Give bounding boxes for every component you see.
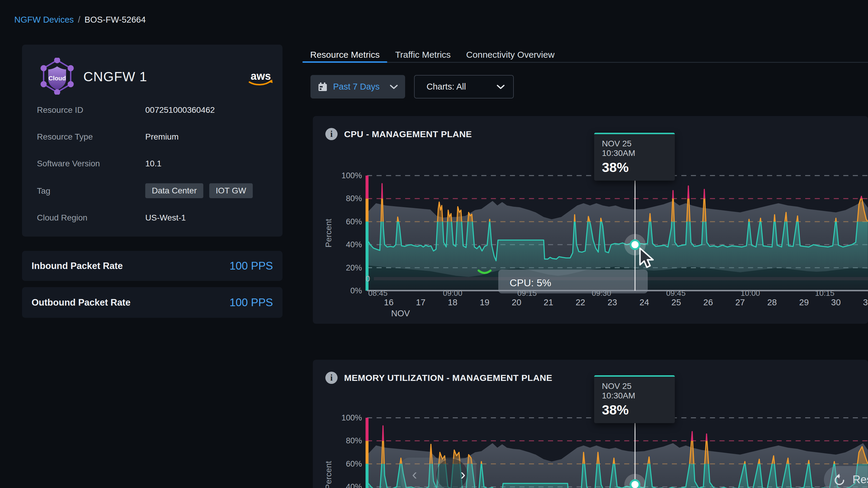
date-tick: 16	[384, 298, 394, 307]
y-axis-title: Percent	[324, 461, 333, 488]
field-label: Resource ID	[37, 105, 145, 115]
date-tick: 20	[512, 298, 521, 307]
time-range-value: Past 7 Days	[333, 82, 384, 92]
date-tick: 26	[703, 298, 713, 307]
restart-label: Restart	[852, 474, 868, 486]
tag-chip: IOT GW	[209, 183, 253, 198]
breadcrumb: NGFW Devices / BOS-FW-52664	[14, 15, 146, 25]
field-resource-type: Resource Type Premium	[37, 132, 269, 142]
memory-chart-tooltip: NOV 25 10:30AM 38%	[594, 375, 675, 423]
date-tick: 31	[863, 298, 868, 307]
info-icon[interactable]: i	[326, 128, 338, 140]
scale-bar-warning	[366, 441, 369, 464]
y-tick: 40%	[346, 240, 362, 249]
zero-label: 0	[366, 274, 370, 283]
date-tick: 18	[448, 298, 457, 307]
hover-tooltip-label: CPU: 5%	[509, 277, 551, 288]
date-tick: 17	[416, 298, 425, 307]
date-tick: 29	[799, 298, 809, 307]
marker-dot	[630, 480, 640, 488]
date-tick: 19	[480, 298, 489, 307]
chevron-down-icon	[497, 84, 505, 90]
chart-pager: ‹ ›	[401, 458, 476, 488]
tooltip-timestamp: NOV 25 10:30AM	[602, 139, 667, 158]
memory-chart-title: MEMORY UTILIZATION - MANAGEMENT PLANE	[344, 373, 553, 383]
filter-bar: Past 7 Days Charts: All	[310, 75, 514, 98]
date-tick: 25	[672, 298, 681, 307]
field-label: Tag	[37, 183, 145, 198]
pager-divider	[438, 466, 439, 483]
field-label: Software Version	[37, 159, 145, 168]
restart-button[interactable]: Restart	[824, 466, 868, 488]
cpu-chart-card: i CPU - MANAGEMENT PLANE 008:4509:0009:1…	[313, 116, 868, 324]
aws-logo-icon: aws	[246, 70, 276, 89]
field-label: Cloud Region	[37, 213, 145, 223]
date-tick: 24	[640, 298, 649, 307]
field-resource-id: Resource ID 007251000360462	[37, 105, 269, 115]
charts-filter-dropdown[interactable]: Charts: All	[414, 75, 514, 98]
svg-text:aws: aws	[251, 70, 271, 82]
tooltip-value: 38%	[602, 402, 667, 418]
cpu-chart-plot[interactable]: 008:4509:0009:1509:3009:4510:0010:151617…	[313, 116, 868, 324]
mouse-cursor-icon	[639, 248, 660, 271]
cpu-chart-tooltip: NOV 25 10:30AM 38%	[594, 133, 675, 181]
y-tick: 80%	[346, 436, 362, 445]
tooltip-value: 38%	[602, 160, 667, 175]
field-software-version: Software Version 10.1	[37, 159, 269, 168]
time-range-dropdown[interactable]: Past 7 Days	[310, 75, 405, 98]
calendar-icon	[318, 82, 328, 92]
field-label: Resource Type	[37, 132, 145, 142]
date-tick: 23	[608, 298, 617, 307]
breadcrumb-separator: /	[78, 15, 81, 25]
info-icon[interactable]: i	[326, 372, 338, 384]
tab-bar: Resource Metrics Traffic Metrics Connect…	[303, 47, 562, 62]
date-tick: 22	[576, 298, 585, 307]
date-tick: 28	[767, 298, 777, 307]
tooltip-timestamp: NOV 25 10:30AM	[602, 382, 667, 400]
y-tick: 40%	[346, 482, 362, 488]
date-tick: 27	[735, 298, 745, 307]
breadcrumb-current: BOS-FW-52664	[85, 15, 146, 25]
field-value: 007251000360462	[145, 105, 215, 115]
y-tick: 80%	[346, 194, 362, 203]
field-value: Premium	[145, 132, 179, 142]
inbound-packet-rate-label: Inbound Packet Rate	[32, 261, 123, 271]
device-name: CNGFW 1	[83, 69, 147, 85]
y-tick: 20%	[346, 263, 362, 272]
y-tick: 60%	[346, 217, 362, 226]
month-label: NOV	[391, 308, 410, 318]
chevron-down-icon	[390, 84, 398, 90]
device-summary-card: Cloud CNGFW 1 aws Resource ID 0072510003…	[22, 45, 282, 236]
breadcrumb-parent-link[interactable]: NGFW Devices	[14, 15, 74, 25]
field-value: 10.1	[145, 159, 162, 168]
y-tick: 0%	[350, 286, 362, 295]
tab-resource-metrics[interactable]: Resource Metrics	[303, 47, 387, 62]
pager-prev-button[interactable]: ‹	[412, 466, 417, 482]
memory-chart-card: i MEMORY UTILIZATION - MANAGEMENT PLANE …	[313, 360, 868, 488]
tab-traffic-metrics[interactable]: Traffic Metrics	[387, 47, 458, 62]
charts-filter-value: Charts: All	[427, 82, 497, 92]
tab-connectivity-overview[interactable]: Connectivity Overview	[458, 47, 562, 62]
svg-text:Cloud: Cloud	[49, 75, 66, 82]
inbound-packet-rate-card: Inbound Packet Rate 100 PPS	[22, 251, 282, 281]
field-tag: Tag Data Center IOT GW	[37, 183, 269, 198]
y-tick: 100%	[341, 413, 362, 422]
scale-bar-warning	[366, 198, 369, 221]
memory-chart-header: i MEMORY UTILIZATION - MANAGEMENT PLANE	[326, 372, 553, 384]
field-cloud-region: Cloud Region US-West-1	[37, 213, 269, 223]
restart-icon	[833, 473, 846, 487]
pager-next-button[interactable]: ›	[461, 466, 466, 482]
y-axis-title: Percent	[324, 219, 333, 248]
cpu-chart-title: CPU - MANAGEMENT PLANE	[344, 129, 472, 139]
y-tick: 100%	[341, 171, 362, 180]
outbound-packet-rate-label: Outbound Packet Rate	[32, 297, 130, 308]
field-value: US-West-1	[145, 213, 186, 223]
cpu-chart-header: i CPU - MANAGEMENT PLANE	[326, 128, 472, 140]
tag-chip: Data Center	[145, 183, 203, 198]
scale-bar-critical	[366, 175, 369, 198]
outbound-packet-rate-card: Outbound Packet Rate 100 PPS	[22, 287, 282, 318]
inbound-packet-rate-value: 100 PPS	[229, 260, 273, 272]
y-tick: 60%	[346, 459, 362, 468]
outbound-packet-rate-value: 100 PPS	[229, 296, 273, 309]
cloud-firewall-icon: Cloud	[39, 58, 75, 95]
